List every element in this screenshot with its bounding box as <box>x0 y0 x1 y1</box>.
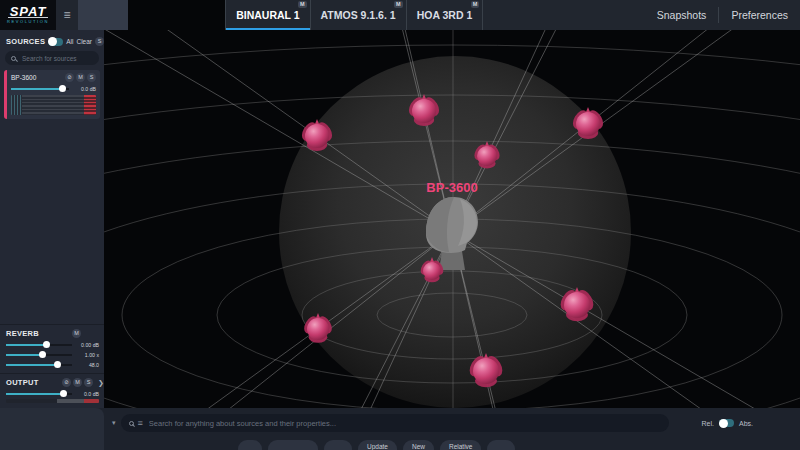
bottom-bar-content: ▾ ≡ Rel. Abs. Update New Relative <box>104 408 800 450</box>
source-ball <box>477 146 497 166</box>
preferences-button[interactable]: Preferences <box>719 0 800 30</box>
source-ball <box>423 262 441 280</box>
reverb-time-slider[interactable] <box>6 351 72 358</box>
global-search-input[interactable] <box>147 418 661 429</box>
sidebar-spacer <box>0 119 104 324</box>
solo-button[interactable]: S <box>87 73 96 82</box>
sources-search-field[interactable] <box>5 51 99 65</box>
search-icon <box>11 56 16 61</box>
output-panel: OUTPUT ⊘ M S 0.0 dB <box>0 373 104 408</box>
top-bar-spacer <box>483 0 644 30</box>
new-button[interactable]: New <box>403 440 434 450</box>
source-label: BP-3600 <box>426 180 477 195</box>
output-gain-value: 0.0 dB <box>75 391 99 397</box>
global-search-field[interactable]: ≡ <box>121 414 669 432</box>
sources-toggle[interactable] <box>48 38 63 46</box>
source-gain-value: 0.0 dB <box>72 86 96 92</box>
toggle-knob <box>719 419 728 428</box>
sources-sidebar: SOURCES All Clear S BP-3600 ⊘ M S 0.0 dB <box>0 30 104 408</box>
relative-button[interactable]: Relative <box>440 440 481 450</box>
sources-search-input[interactable] <box>20 54 93 63</box>
master-badge: M <box>471 1 480 8</box>
top-bar: SPAT REVOLUTION ≡ Home Setup Items BINAU… <box>0 0 800 30</box>
solo-all-button[interactable]: S <box>95 37 104 46</box>
tab-binaural-1-label: BINAURAL 1 <box>236 9 299 21</box>
reverb-mute-button[interactable]: M <box>72 329 81 338</box>
master-badge: M <box>298 1 307 8</box>
output-phase-button[interactable]: ⊘ <box>62 378 71 387</box>
meter-bars <box>22 95 84 115</box>
source-ball <box>305 124 329 148</box>
source-name: BP-3600 <box>11 74 63 81</box>
reverb-gain-slider[interactable] <box>6 341 72 348</box>
reverb-title: REVERB <box>6 329 39 338</box>
output-solo-button[interactable]: S <box>84 378 93 387</box>
output-level-meter <box>6 399 99 403</box>
master-badge: M <box>394 1 403 8</box>
source-ball <box>564 292 590 318</box>
bottom-action-button[interactable] <box>268 440 318 450</box>
filter-list-icon[interactable]: ≡ <box>138 419 143 428</box>
tab-atmos-1-label: ATMOS 9.1.6. 1 <box>321 9 396 21</box>
reverb-time-value: 1.00 x <box>75 352 99 358</box>
absolute-label: Abs. <box>739 420 753 427</box>
app-logo: SPAT REVOLUTION <box>0 0 56 30</box>
clear-selection-button[interactable]: Clear <box>76 38 92 45</box>
reverb-size-value: 48.0 <box>75 362 99 368</box>
source-ball <box>473 358 499 384</box>
reverb-panel: REVERB M 0.00 dB 1.00 x 48.0 <box>0 324 104 373</box>
select-all-button[interactable]: All <box>66 38 73 45</box>
bottom-action-button[interactable] <box>238 440 262 450</box>
tab-binaural-1[interactable]: BINAURAL 1 M <box>225 0 309 30</box>
scene-canvas[interactable]: BP-3600 <box>104 30 800 408</box>
phase-invert-button[interactable]: ⊘ <box>65 73 74 82</box>
logo-subtitle: REVOLUTION <box>7 19 49 24</box>
bottom-action-row: Update New Relative <box>238 440 515 450</box>
tab-hoa-1-label: HOA 3RD 1 <box>417 9 473 21</box>
output-gain-slider[interactable] <box>6 390 72 397</box>
source-ball <box>307 318 329 340</box>
sources-header: SOURCES All Clear S <box>0 30 104 51</box>
meter-scale-ticks <box>11 95 22 115</box>
source-ball <box>576 112 600 136</box>
source-list-item[interactable]: BP-3600 ⊘ M S 0.0 dB <box>4 70 100 119</box>
reverb-size-slider[interactable] <box>6 361 72 368</box>
snapshots-button[interactable]: Snapshots <box>645 0 719 30</box>
output-title: OUTPUT <box>6 378 39 387</box>
source-level-meter <box>11 95 96 115</box>
reverb-gain-value: 0.00 dB <box>75 342 99 348</box>
toggle-knob <box>48 37 57 46</box>
update-button[interactable]: Update <box>358 440 397 450</box>
search-scope-dropdown-icon[interactable]: ▾ <box>112 419 116 427</box>
bottom-bar: ▾ ≡ Rel. Abs. Update New Relative <box>0 408 800 450</box>
panel-expand-icon[interactable]: ❯ <box>98 379 104 387</box>
search-icon <box>129 421 134 426</box>
tab-hoa-1[interactable]: HOA 3RD 1 M <box>406 0 484 30</box>
rel-abs-toggle[interactable] <box>719 419 734 427</box>
sources-title: SOURCES <box>6 37 45 46</box>
source-gain-slider[interactable] <box>11 85 69 92</box>
hamburger-menu-icon[interactable]: ≡ <box>56 0 78 30</box>
logo-title: SPAT <box>8 6 49 18</box>
mute-button[interactable]: M <box>76 73 85 82</box>
meter-red-bars <box>84 95 96 115</box>
relative-label: Rel. <box>702 420 714 427</box>
tab-atmos-1[interactable]: ATMOS 9.1.6. 1 M <box>310 0 406 30</box>
spatial-3d-viewport[interactable]: BP-3600 <box>104 30 800 408</box>
sidebar-footer-panel <box>0 408 104 450</box>
main-area: SOURCES All Clear S BP-3600 ⊘ M S 0.0 dB <box>0 30 800 408</box>
source-ball <box>412 99 436 123</box>
output-mute-button[interactable]: M <box>73 378 82 387</box>
bottom-action-button[interactable] <box>324 440 352 450</box>
bottom-action-button[interactable] <box>487 440 515 450</box>
